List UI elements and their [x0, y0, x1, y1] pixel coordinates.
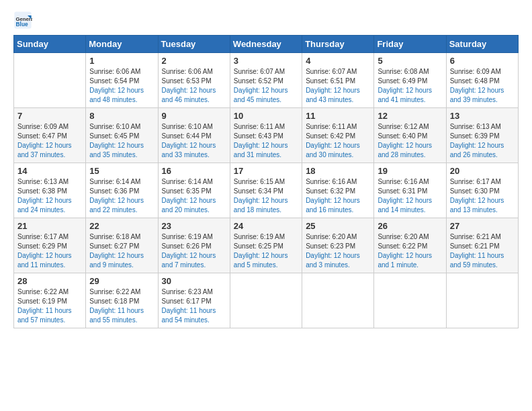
- day-number: 18: [306, 166, 370, 176]
- calendar-header-monday: Monday: [86, 36, 158, 53]
- calendar-cell-4-5: [374, 273, 446, 328]
- day-number: 11: [306, 111, 370, 121]
- daylight-hours: Daylight: 12 hours and 37 minutes.: [17, 142, 72, 158]
- daylight-hours: Daylight: 11 hours and 59 minutes.: [450, 252, 504, 269]
- calendar-cell-0-2: 2 Sunrise: 6:06 AM Sunset: 6:53 PM Dayli…: [158, 53, 230, 108]
- daylight-hours: Daylight: 12 hours and 24 minutes.: [17, 197, 72, 214]
- day-number: 20: [450, 166, 515, 176]
- daylight-hours: Daylight: 12 hours and 26 minutes.: [450, 142, 504, 158]
- day-number: 30: [162, 276, 226, 286]
- day-info: Sunrise: 6:19 AM Sunset: 6:26 PM Dayligh…: [162, 232, 226, 270]
- calendar-cell-4-2: 30 Sunrise: 6:23 AM Sunset: 6:17 PM Dayl…: [158, 273, 230, 328]
- calendar-header-tuesday: Tuesday: [158, 36, 230, 53]
- day-info: Sunrise: 6:19 AM Sunset: 6:25 PM Dayligh…: [234, 232, 298, 270]
- calendar-cell-0-0: [14, 53, 86, 108]
- daylight-hours: Daylight: 12 hours and 45 minutes.: [234, 87, 288, 103]
- daylight-hours: Daylight: 12 hours and 18 minutes.: [234, 197, 288, 214]
- calendar-week-1: 7 Sunrise: 6:09 AM Sunset: 6:47 PM Dayli…: [14, 108, 519, 163]
- daylight-hours: Daylight: 12 hours and 14 minutes.: [378, 197, 432, 214]
- daylight-hours: Daylight: 12 hours and 39 minutes.: [450, 87, 504, 103]
- day-info: Sunrise: 6:16 AM Sunset: 6:32 PM Dayligh…: [306, 177, 370, 215]
- day-number: 15: [89, 166, 154, 176]
- day-number: 12: [378, 111, 442, 121]
- calendar-header-sunday: Sunday: [14, 36, 86, 53]
- daylight-hours: Daylight: 12 hours and 48 minutes.: [89, 87, 144, 103]
- calendar-cell-4-1: 29 Sunrise: 6:22 AM Sunset: 6:18 PM Dayl…: [86, 273, 158, 328]
- day-number: 23: [162, 221, 226, 231]
- calendar-cell-3-5: 26 Sunrise: 6:20 AM Sunset: 6:22 PM Dayl…: [374, 218, 446, 273]
- day-number: 6: [450, 56, 515, 66]
- calendar-cell-4-6: [446, 273, 518, 328]
- calendar-header-wednesday: Wednesday: [230, 36, 302, 53]
- day-info: Sunrise: 6:20 AM Sunset: 6:22 PM Dayligh…: [378, 232, 442, 270]
- day-info: Sunrise: 6:06 AM Sunset: 6:53 PM Dayligh…: [162, 67, 226, 105]
- calendar: SundayMondayTuesdayWednesdayThursdayFrid…: [13, 35, 519, 328]
- day-number: 22: [89, 221, 154, 231]
- calendar-cell-0-5: 5 Sunrise: 6:08 AM Sunset: 6:49 PM Dayli…: [374, 53, 446, 108]
- day-info: Sunrise: 6:22 AM Sunset: 6:18 PM Dayligh…: [89, 287, 154, 325]
- calendar-week-3: 21 Sunrise: 6:17 AM Sunset: 6:29 PM Dayl…: [14, 218, 519, 273]
- calendar-cell-4-0: 28 Sunrise: 6:22 AM Sunset: 6:19 PM Dayl…: [14, 273, 86, 328]
- day-info: Sunrise: 6:06 AM Sunset: 6:54 PM Dayligh…: [89, 67, 154, 105]
- daylight-hours: Daylight: 12 hours and 41 minutes.: [378, 87, 432, 103]
- daylight-hours: Daylight: 12 hours and 35 minutes.: [89, 142, 144, 158]
- logo-icon: General Blue: [13, 11, 32, 30]
- calendar-cell-2-1: 15 Sunrise: 6:14 AM Sunset: 6:36 PM Dayl…: [86, 163, 158, 218]
- day-number: 1: [89, 56, 154, 66]
- day-info: Sunrise: 6:14 AM Sunset: 6:36 PM Dayligh…: [89, 177, 154, 215]
- daylight-hours: Daylight: 12 hours and 1 minute.: [378, 252, 432, 269]
- day-number: 26: [378, 221, 442, 231]
- day-info: Sunrise: 6:14 AM Sunset: 6:35 PM Dayligh…: [162, 177, 226, 215]
- day-info: Sunrise: 6:07 AM Sunset: 6:52 PM Dayligh…: [234, 67, 298, 105]
- calendar-week-4: 28 Sunrise: 6:22 AM Sunset: 6:19 PM Dayl…: [14, 273, 519, 328]
- calendar-cell-2-0: 14 Sunrise: 6:13 AM Sunset: 6:38 PM Dayl…: [14, 163, 86, 218]
- day-info: Sunrise: 6:18 AM Sunset: 6:27 PM Dayligh…: [89, 232, 154, 270]
- calendar-cell-3-1: 22 Sunrise: 6:18 AM Sunset: 6:27 PM Dayl…: [86, 218, 158, 273]
- day-number: 9: [162, 111, 226, 121]
- daylight-hours: Daylight: 12 hours and 22 minutes.: [89, 197, 144, 214]
- calendar-cell-0-1: 1 Sunrise: 6:06 AM Sunset: 6:54 PM Dayli…: [86, 53, 158, 108]
- day-info: Sunrise: 6:09 AM Sunset: 6:47 PM Dayligh…: [17, 122, 82, 160]
- calendar-cell-1-3: 10 Sunrise: 6:11 AM Sunset: 6:43 PM Dayl…: [230, 108, 302, 163]
- day-number: 3: [234, 56, 298, 66]
- calendar-cell-2-5: 19 Sunrise: 6:16 AM Sunset: 6:31 PM Dayl…: [374, 163, 446, 218]
- day-number: 28: [17, 276, 82, 286]
- daylight-hours: Daylight: 12 hours and 9 minutes.: [89, 252, 144, 269]
- daylight-hours: Daylight: 12 hours and 5 minutes.: [234, 252, 288, 269]
- calendar-cell-0-3: 3 Sunrise: 6:07 AM Sunset: 6:52 PM Dayli…: [230, 53, 302, 108]
- day-number: 4: [306, 56, 370, 66]
- daylight-hours: Daylight: 12 hours and 3 minutes.: [306, 252, 360, 269]
- daylight-hours: Daylight: 12 hours and 20 minutes.: [162, 197, 216, 214]
- calendar-header-thursday: Thursday: [302, 36, 374, 53]
- day-info: Sunrise: 6:13 AM Sunset: 6:38 PM Dayligh…: [17, 177, 82, 215]
- calendar-cell-1-5: 12 Sunrise: 6:12 AM Sunset: 6:40 PM Dayl…: [374, 108, 446, 163]
- day-number: 19: [378, 166, 442, 176]
- daylight-hours: Daylight: 12 hours and 31 minutes.: [234, 142, 288, 158]
- day-number: 27: [450, 221, 515, 231]
- day-number: 17: [234, 166, 298, 176]
- day-number: 13: [450, 111, 515, 121]
- calendar-cell-2-2: 16 Sunrise: 6:14 AM Sunset: 6:35 PM Dayl…: [158, 163, 230, 218]
- day-number: 21: [17, 221, 82, 231]
- calendar-header-friday: Friday: [374, 36, 446, 53]
- calendar-cell-3-2: 23 Sunrise: 6:19 AM Sunset: 6:26 PM Dayl…: [158, 218, 230, 273]
- day-info: Sunrise: 6:20 AM Sunset: 6:23 PM Dayligh…: [306, 232, 370, 270]
- daylight-hours: Daylight: 11 hours and 57 minutes.: [17, 307, 72, 324]
- logo: General Blue: [13, 11, 35, 30]
- day-number: 16: [162, 166, 226, 176]
- day-info: Sunrise: 6:10 AM Sunset: 6:45 PM Dayligh…: [89, 122, 154, 160]
- day-info: Sunrise: 6:13 AM Sunset: 6:39 PM Dayligh…: [450, 122, 515, 160]
- calendar-cell-1-6: 13 Sunrise: 6:13 AM Sunset: 6:39 PM Dayl…: [446, 108, 518, 163]
- day-number: 2: [162, 56, 226, 66]
- calendar-cell-0-4: 4 Sunrise: 6:07 AM Sunset: 6:51 PM Dayli…: [302, 53, 374, 108]
- day-info: Sunrise: 6:17 AM Sunset: 6:29 PM Dayligh…: [17, 232, 82, 270]
- day-number: 5: [378, 56, 442, 66]
- header: General Blue: [13, 11, 519, 30]
- day-info: Sunrise: 6:09 AM Sunset: 6:48 PM Dayligh…: [450, 67, 515, 105]
- daylight-hours: Daylight: 12 hours and 43 minutes.: [306, 87, 360, 103]
- calendar-header-row: SundayMondayTuesdayWednesdayThursdayFrid…: [14, 36, 519, 53]
- calendar-cell-1-2: 9 Sunrise: 6:10 AM Sunset: 6:44 PM Dayli…: [158, 108, 230, 163]
- day-number: 25: [306, 221, 370, 231]
- calendar-header-saturday: Saturday: [446, 36, 518, 53]
- daylight-hours: Daylight: 12 hours and 11 minutes.: [17, 252, 72, 269]
